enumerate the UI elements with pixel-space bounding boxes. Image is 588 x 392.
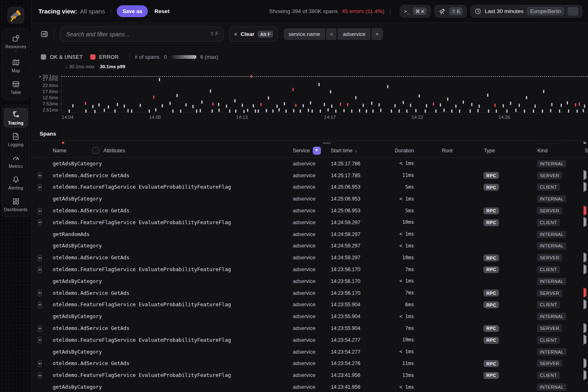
table-row[interactable]: + getAdsByCategory adservice 14:23:56.17… xyxy=(32,275,588,287)
span-point[interactable] xyxy=(210,89,211,93)
table-row[interactable]: + oteldemo.FeatureFlagService EvaluatePr… xyxy=(32,216,588,228)
table-row[interactable]: + getAdsByCategory adservice 14:24:59.29… xyxy=(32,240,588,252)
expand-row-button[interactable]: + xyxy=(38,372,42,379)
span-point[interactable] xyxy=(85,109,87,113)
span-point[interactable] xyxy=(471,103,472,106)
span-point[interactable] xyxy=(535,105,536,108)
span-point[interactable] xyxy=(519,104,520,107)
span-point[interactable] xyxy=(443,109,445,112)
span-point[interactable] xyxy=(575,103,576,107)
app-logo[interactable] xyxy=(7,7,24,24)
span-point[interactable] xyxy=(371,102,372,105)
span-point[interactable] xyxy=(192,105,194,108)
span-point[interactable] xyxy=(533,109,534,113)
span-point[interactable] xyxy=(419,94,420,98)
filter-chip-key[interactable]: service.name xyxy=(284,28,325,40)
span-point[interactable] xyxy=(234,99,236,102)
span-point[interactable] xyxy=(235,109,236,113)
span-point[interactable] xyxy=(153,96,154,99)
span-point[interactable] xyxy=(340,102,341,106)
expand-row-button[interactable]: + xyxy=(38,172,42,179)
span-point[interactable] xyxy=(276,105,278,108)
span-point[interactable] xyxy=(162,104,163,107)
expand-row-button[interactable]: + xyxy=(38,325,42,332)
expand-row-button[interactable]: + xyxy=(38,361,42,367)
expand-row-button[interactable]: + xyxy=(38,267,42,273)
save-as-button[interactable]: Save as xyxy=(117,5,148,17)
span-point[interactable] xyxy=(114,109,116,113)
table-row[interactable]: + oteldemo.AdService GetAds adservice 14… xyxy=(32,287,588,299)
span-point[interactable] xyxy=(355,96,356,99)
span-point[interactable] xyxy=(318,83,320,86)
column-kind[interactable]: Kind xyxy=(522,148,568,154)
column-name[interactable]: Name xyxy=(53,148,66,154)
span-point[interactable] xyxy=(391,109,392,113)
filter-chip-operator[interactable]: = xyxy=(326,28,337,40)
clear-filters-button[interactable]: × Clear Alt F xyxy=(229,27,278,42)
column-start-time[interactable]: Start time ↓ xyxy=(331,148,384,154)
table-row[interactable]: + oteldemo.AdService GetAds adservice 14… xyxy=(32,141,588,144)
explore-button[interactable]: ⇧ E xyxy=(434,5,467,18)
column-attributes[interactable]: Attributes xyxy=(103,148,125,154)
command-palette-button[interactable]: >_ ⌘ K xyxy=(400,5,431,18)
span-point[interactable] xyxy=(543,90,544,93)
span-point[interactable] xyxy=(515,109,517,112)
span-point[interactable] xyxy=(455,105,457,108)
table-row[interactable]: + getAdsByCategory adservice 14:23:41.95… xyxy=(32,381,588,392)
time-range-button[interactable]: Last 30 minutes Europe/Berlin xyxy=(470,5,582,18)
span-point[interactable] xyxy=(92,105,94,108)
span-point[interactable] xyxy=(568,109,569,113)
span-point[interactable] xyxy=(347,103,348,106)
panel-toggle-icon[interactable] xyxy=(40,30,48,38)
span-point[interactable] xyxy=(218,103,219,106)
filter-chip-value[interactable]: adservice xyxy=(338,28,370,40)
search-input[interactable] xyxy=(60,27,223,42)
span-point[interactable] xyxy=(242,104,243,107)
span-point[interactable] xyxy=(266,109,267,112)
attributes-checkbox[interactable] xyxy=(92,147,99,154)
span-point[interactable] xyxy=(303,104,304,107)
table-row[interactable]: + oteldemo.AdService GetAds adservice 14… xyxy=(32,322,588,334)
span-point[interactable] xyxy=(300,109,301,113)
span-point[interactable] xyxy=(98,103,100,107)
table-row[interactable]: + oteldemo.FeatureFlagService EvaluatePr… xyxy=(32,369,588,381)
span-point[interactable] xyxy=(124,105,125,108)
sidebar-item-dashboards[interactable]: Dashboards xyxy=(4,194,28,214)
span-point[interactable] xyxy=(567,101,568,105)
sidebar-item-logging[interactable]: Logging xyxy=(4,129,28,149)
span-point[interactable] xyxy=(335,109,336,113)
table-row[interactable]: + oteldemo.AdService GetAds adservice 14… xyxy=(32,169,588,181)
span-point[interactable] xyxy=(72,104,74,107)
span-point[interactable] xyxy=(185,103,187,107)
span-point[interactable] xyxy=(394,104,396,107)
span-point[interactable] xyxy=(229,109,230,113)
span-point[interactable] xyxy=(247,109,248,112)
table-row[interactable]: + oteldemo.FeatureFlagService EvaluatePr… xyxy=(32,181,588,193)
span-point[interactable] xyxy=(380,109,381,112)
span-point[interactable] xyxy=(196,109,197,113)
span-point[interactable] xyxy=(327,108,329,111)
clipped-shortcut-chip[interactable] xyxy=(568,7,578,16)
span-point[interactable] xyxy=(268,96,269,100)
span-point[interactable] xyxy=(579,102,580,106)
expand-row-button[interactable]: + xyxy=(38,302,42,308)
table-row[interactable]: + oteldemo.AdService GetAds adservice 14… xyxy=(32,252,588,263)
span-point[interactable] xyxy=(293,109,294,112)
span-point[interactable] xyxy=(359,109,360,112)
reset-button[interactable]: Reset xyxy=(154,8,169,14)
service-filter-icon[interactable] xyxy=(313,147,321,155)
table-row[interactable]: + oteldemo.AdService GetAds adservice 14… xyxy=(32,205,588,216)
span-point[interactable] xyxy=(343,109,345,112)
expand-row-button[interactable]: + xyxy=(38,337,42,343)
span-point[interactable] xyxy=(149,109,150,113)
span-point[interactable] xyxy=(440,103,441,107)
span-point[interactable] xyxy=(551,103,552,106)
timezone-chip[interactable]: Europe/Berlin xyxy=(527,7,564,16)
column-type[interactable]: Type xyxy=(474,148,522,154)
span-point[interactable] xyxy=(295,104,296,107)
span-point[interactable] xyxy=(331,105,332,108)
span-point[interactable] xyxy=(584,105,585,108)
table-row[interactable]: + getAdsByCategory adservice 14:25:06.95… xyxy=(32,193,588,205)
span-point[interactable] xyxy=(155,108,156,111)
table-row[interactable]: + oteldemo.FeatureFlagService EvaluatePr… xyxy=(32,263,588,275)
